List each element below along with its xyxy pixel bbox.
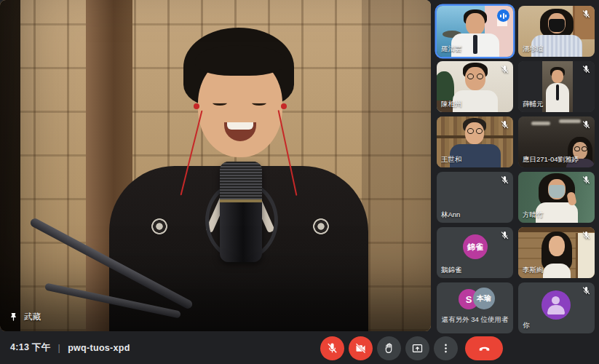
mic-off-icon xyxy=(582,231,591,240)
clock-time: 4:13 下午 xyxy=(10,341,51,354)
participant-name: 王世和 xyxy=(441,155,499,165)
person-face xyxy=(552,70,563,83)
mic-off-icon xyxy=(582,120,591,130)
participant-tile-2[interactable]: 湯珍瑄 xyxy=(518,6,595,57)
pin-icon xyxy=(9,312,18,322)
participant-tile-7[interactable]: 林Ann xyxy=(437,172,513,223)
vertical-dots-icon xyxy=(440,342,452,355)
present-screen-button[interactable] xyxy=(405,336,429,360)
participant-tile-9[interactable]: 錦雀 鵝錦雀 xyxy=(437,227,513,278)
participant-tile-1[interactable]: 羅清雲 xyxy=(437,6,513,57)
more-participants-caption: 還有另外 34 位使用者 xyxy=(437,315,513,325)
participant-name: 鵝錦雀 xyxy=(441,266,499,275)
participant-name: 薛輔元 xyxy=(523,100,580,109)
scene-vignette xyxy=(0,0,431,331)
participant-name: 方晴竹 xyxy=(523,210,580,220)
avatar: 錦雀 xyxy=(463,234,488,259)
participant-tile-10[interactable]: 李斯絢 xyxy=(518,227,595,278)
glasses xyxy=(476,128,483,134)
more-participants-tile[interactable]: S 本瑜 還有另外 34 位使用者 xyxy=(437,282,513,333)
glasses xyxy=(467,74,474,79)
participant-tile-4[interactable]: 薛輔元 xyxy=(518,61,595,112)
participant-tile-3[interactable]: 陳相州 xyxy=(437,61,513,112)
silhouette-head xyxy=(552,296,560,304)
participant-name: 湯珍瑄 xyxy=(523,44,580,54)
more-options-button[interactable] xyxy=(434,336,458,360)
glasses xyxy=(574,146,580,151)
participant-name: 林Ann xyxy=(441,210,499,220)
status-separator: | xyxy=(58,343,61,353)
person-avatar-icon xyxy=(542,290,571,320)
main-video-tile[interactable]: 武藏 xyxy=(0,0,431,331)
main-video-name: 武藏 xyxy=(24,312,41,323)
person-face xyxy=(549,236,565,256)
glasses xyxy=(467,128,474,134)
camera-toggle-button[interactable] xyxy=(349,336,373,360)
participants-grid: 羅清雲 湯珍瑄 陳相州 xyxy=(437,6,595,333)
scene-ceiling-light xyxy=(531,122,550,125)
call-controls xyxy=(320,336,503,360)
self-tile[interactable]: 你 xyxy=(518,282,595,333)
mic-off-icon xyxy=(582,175,591,185)
mic-toggle-button[interactable] xyxy=(320,336,344,360)
camera-off-icon xyxy=(354,342,367,355)
participant-tile-6[interactable]: 應日271-04劉雅婷 xyxy=(518,116,595,167)
participant-name: 應日271-04劉雅婷 xyxy=(523,155,580,165)
meet-window: { "app": { "kind": "video-conference" },… xyxy=(0,0,599,364)
person-tie xyxy=(556,84,559,100)
present-to-screen-icon xyxy=(411,342,424,355)
mic-off-icon xyxy=(326,342,338,355)
mic-off-icon xyxy=(500,65,509,74)
mic-off-icon xyxy=(500,231,509,240)
participant-name: 李斯絢 xyxy=(523,266,580,275)
status-bar: 4:13 下午 | pwq-tuos-xpd xyxy=(10,341,130,354)
participant-tile-8[interactable]: 方晴竹 xyxy=(518,172,595,223)
participant-name: 陳相州 xyxy=(441,100,499,109)
mic-off-icon xyxy=(500,120,509,130)
audio-level-icon xyxy=(497,9,509,22)
meeting-code: pwq-tuos-xpd xyxy=(68,343,130,353)
face-mask xyxy=(549,185,565,198)
main-video-name-chip: 武藏 xyxy=(9,312,41,323)
scene-ceiling-light xyxy=(559,119,581,123)
participant-tile-5[interactable]: 王世和 xyxy=(437,116,513,167)
mic-off-icon xyxy=(582,65,591,74)
participant-name: 你 xyxy=(523,321,580,331)
avatar: 本瑜 xyxy=(473,288,495,309)
mic-off-icon xyxy=(500,175,509,185)
mic-off-icon xyxy=(582,286,591,296)
participant-name: 羅清雲 xyxy=(441,44,499,54)
face-mask xyxy=(549,19,565,32)
silhouette-body xyxy=(547,305,565,314)
hand-icon xyxy=(383,342,395,355)
glasses xyxy=(582,146,587,151)
glasses xyxy=(477,74,483,79)
raise-hand-button[interactable] xyxy=(377,336,401,360)
mic-off-icon xyxy=(582,9,591,19)
person-face xyxy=(466,13,485,35)
hang-up-button[interactable] xyxy=(465,336,503,360)
phone-hangup-icon xyxy=(478,342,491,355)
